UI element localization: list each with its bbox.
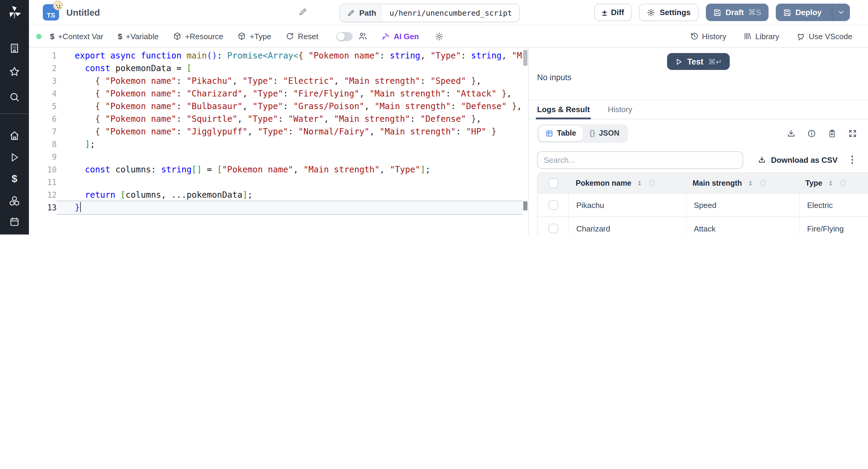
search-input[interactable] xyxy=(537,151,743,168)
code-line[interactable]: 12 return [columns, ...pokemonData]; xyxy=(29,189,523,201)
resource-label: +Resource xyxy=(185,32,223,41)
code-line[interactable]: 11 xyxy=(29,176,523,189)
code-text: { "Pokemon name": "Bulbasaur", "Type": "… xyxy=(57,100,523,113)
reset-button[interactable]: Reset xyxy=(286,32,318,41)
view-table-label: Table xyxy=(557,129,576,137)
search-icon[interactable] xyxy=(9,91,20,103)
runs-play-icon[interactable] xyxy=(9,152,20,163)
code-text: const columns: string[] = ["Pokemon name… xyxy=(57,163,523,176)
editor-settings-gear-icon[interactable] xyxy=(435,32,444,41)
row-checkbox[interactable] xyxy=(548,224,558,233)
draft-button[interactable]: Draft ⌘S xyxy=(706,4,768,21)
line-number: 5 xyxy=(29,100,57,113)
magic-wand-icon xyxy=(381,32,390,41)
column-pill-icon[interactable] xyxy=(759,179,767,187)
save-icon xyxy=(783,8,791,17)
view-json-option[interactable]: {} JSON xyxy=(583,126,626,141)
download-csv-button[interactable]: Download as CSV xyxy=(758,155,838,164)
history-button[interactable]: History xyxy=(690,32,726,41)
sort-icon[interactable] xyxy=(747,179,754,187)
path-label-group: Path xyxy=(340,4,382,22)
code-line[interactable]: 3 { "Pokemon name": "Pikachu", "Type": "… xyxy=(29,75,523,87)
table-row[interactable]: CharizardAttackFire/Flying xyxy=(538,216,868,234)
library-button[interactable]: Library xyxy=(743,32,779,41)
home-icon[interactable] xyxy=(9,130,20,142)
view-json-label: JSON xyxy=(599,129,619,137)
column-pill-icon[interactable] xyxy=(648,179,656,187)
info-icon[interactable] xyxy=(807,129,816,138)
editor-vscrollbar-thumb[interactable] xyxy=(523,50,527,66)
status-dot xyxy=(36,33,41,39)
dollar-icon: $ xyxy=(118,32,122,41)
path-field[interactable]: Path u/henri/unencumbered_script xyxy=(339,4,520,22)
edit-title-pencil-icon[interactable] xyxy=(299,7,307,16)
history-clock-icon xyxy=(690,32,698,40)
use-vscode-button[interactable]: Use VScode xyxy=(796,32,852,41)
code-line[interactable]: 10 const columns: string[] = ["Pokemon n… xyxy=(29,163,523,176)
tab-logs-result[interactable]: Logs & Result xyxy=(537,100,590,119)
script-title: Untitled xyxy=(66,7,100,18)
result-tabs: Logs & Result History xyxy=(529,100,868,119)
column-header: Pokemon name xyxy=(568,173,685,193)
favorites-star-icon[interactable] xyxy=(9,66,20,77)
code-line[interactable]: 13} xyxy=(29,201,523,214)
column-pill-icon[interactable] xyxy=(839,179,847,187)
windmill-logo[interactable] xyxy=(7,4,22,20)
copy-clipboard-icon[interactable] xyxy=(828,129,837,138)
add-resource-button[interactable]: +Resource xyxy=(173,32,223,41)
sort-icon[interactable] xyxy=(827,179,835,187)
code-line[interactable]: 8 ]; xyxy=(29,138,523,151)
table-cell: Electric xyxy=(799,193,868,216)
line-number: 12 xyxy=(29,189,57,201)
test-button[interactable]: Test ⌘↵ xyxy=(667,53,730,70)
code-line[interactable]: 2 const pokemonData = [ xyxy=(29,62,523,75)
resources-cubes-icon[interactable] xyxy=(9,195,20,207)
code-text: export async function main(): Promise<Ar… xyxy=(57,50,523,62)
table-header-row: Pokemon nameMain strengthType xyxy=(538,173,868,193)
code-line[interactable]: 7 { "Pokemon name": "Jigglypuff", "Type"… xyxy=(29,125,523,138)
no-inputs-text: No inputs xyxy=(537,73,571,82)
add-type-button[interactable]: +Type xyxy=(238,32,272,41)
code-line[interactable]: 6 { "Pokemon name": "Squirtle", "Type": … xyxy=(29,113,523,125)
app-window: $ TS Un xyxy=(0,0,868,234)
variable-label: +Variable xyxy=(126,32,159,41)
download-result-icon[interactable] xyxy=(786,129,796,138)
deploy-dropdown[interactable] xyxy=(832,4,850,21)
ai-gen-button[interactable]: AI Gen xyxy=(381,32,419,41)
code-line[interactable]: 9 xyxy=(29,151,523,163)
table-row[interactable]: PikachuSpeedElectric xyxy=(538,193,868,216)
library-label: Library xyxy=(755,32,779,41)
code-line[interactable]: 5 { "Pokemon name": "Bulbasaur", "Type":… xyxy=(29,100,523,113)
add-context-var-button[interactable]: $ +Context Var xyxy=(50,32,103,41)
line-number: 4 xyxy=(29,87,57,100)
code-line[interactable]: 1export async function main(): Promise<A… xyxy=(29,50,523,62)
tab-history[interactable]: History xyxy=(608,100,632,119)
plus-minus-icon: ± xyxy=(602,7,607,17)
code-editor[interactable]: 1export async function main(): Promise<A… xyxy=(29,48,528,234)
line-number: 13 xyxy=(29,201,57,214)
code-text: { "Pokemon name": "Pikachu", "Type": "El… xyxy=(57,75,523,87)
view-table-option[interactable]: Table xyxy=(539,126,583,141)
line-number: 7 xyxy=(29,125,57,138)
schedules-calendar-icon[interactable] xyxy=(9,216,20,227)
table-cell: Fire/Flying xyxy=(799,217,868,234)
settings-button[interactable]: Settings xyxy=(639,4,699,21)
expand-fullscreen-icon[interactable] xyxy=(848,129,857,138)
deploy-button[interactable]: Deploy xyxy=(775,4,850,21)
box-icon xyxy=(173,32,181,40)
table-menu-kebab-icon[interactable]: ⋮ xyxy=(847,155,857,164)
multiplayer-toggle[interactable] xyxy=(336,32,352,41)
diff-button[interactable]: ± Diff xyxy=(594,4,632,21)
line-number: 11 xyxy=(29,176,57,189)
row-checkbox[interactable] xyxy=(548,200,558,210)
select-all-checkbox[interactable] xyxy=(548,178,558,188)
code-text: ]; xyxy=(57,138,523,151)
workspace-icon[interactable] xyxy=(9,43,20,54)
download-csv-label: Download as CSV xyxy=(771,155,838,164)
result-action-icons xyxy=(786,129,857,138)
add-variable-button[interactable]: $ +Variable xyxy=(118,32,158,41)
sort-icon[interactable] xyxy=(636,179,644,187)
code-line[interactable]: 4 { "Pokemon name": "Charizard", "Type":… xyxy=(29,87,523,100)
variables-dollar-icon[interactable]: $ xyxy=(12,173,18,185)
test-shortcut: ⌘↵ xyxy=(708,57,722,66)
